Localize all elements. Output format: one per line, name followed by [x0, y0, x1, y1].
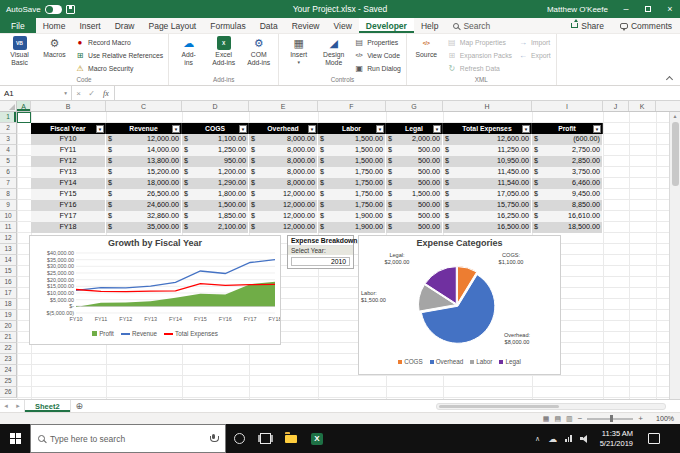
- excel-taskbar-button[interactable]: [304, 424, 330, 453]
- use-relative-references-button[interactable]: ⊞Use Relative References: [73, 49, 165, 62]
- name-box-caret-icon[interactable]: ▾: [64, 90, 67, 96]
- macro-security-button[interactable]: ⚠Macro Security: [73, 62, 165, 75]
- row-header-2[interactable]: 2: [0, 123, 17, 134]
- row-header-5[interactable]: 5: [0, 156, 17, 167]
- collapse-ribbon-button[interactable]: [666, 74, 674, 82]
- cell-total-expenses[interactable]: $11,250.00: [443, 145, 532, 156]
- start-button[interactable]: [0, 424, 30, 453]
- growth-chart[interactable]: Growth by Fiscal Year $40,000.00$35,000.…: [29, 235, 281, 345]
- row-header-22[interactable]: 22: [0, 343, 17, 354]
- cell-cogs[interactable]: $1,850.00: [182, 211, 249, 222]
- cell-total-expenses[interactable]: $10,950.00: [443, 156, 532, 167]
- year-slicer[interactable]: Expense Breakdown Select Year: 2010: [287, 235, 354, 269]
- tell-me-search[interactable]: Search: [445, 18, 498, 33]
- user-name[interactable]: Matthew O'Keefe: [547, 5, 608, 14]
- cell-cogs[interactable]: $1,500.00: [182, 200, 249, 211]
- microphone-icon[interactable]: [209, 433, 218, 444]
- row-header-24[interactable]: 24: [0, 365, 17, 376]
- cell-labor[interactable]: $1,500.00: [318, 134, 386, 145]
- selected-cell-a1[interactable]: [17, 112, 31, 123]
- column-header-a[interactable]: A: [17, 101, 31, 111]
- zoom-slider[interactable]: [587, 418, 633, 420]
- cell-profit[interactable]: $2,750.00: [532, 145, 603, 156]
- cell-fiscal-year[interactable]: FY10: [31, 134, 106, 145]
- cell-profit[interactable]: $(600.00): [532, 134, 603, 145]
- network-icon[interactable]: [565, 435, 572, 442]
- cell-fiscal-year[interactable]: FY18: [31, 222, 106, 233]
- insert-function-icon[interactable]: fx: [98, 89, 114, 98]
- cell-legal[interactable]: $500.00: [386, 200, 443, 211]
- page-layout-view-icon[interactable]: ▤: [554, 414, 561, 424]
- cell-total-expenses[interactable]: $11,450.00: [443, 167, 532, 178]
- column-header-profit[interactable]: Profit▼: [532, 123, 603, 134]
- column-header-labor[interactable]: Labor▼: [318, 123, 386, 134]
- row-header-4[interactable]: 4: [0, 145, 17, 156]
- vertical-scrollbar[interactable]: ▲: [669, 112, 680, 399]
- row-header-21[interactable]: 21: [0, 332, 17, 343]
- com-add-ins-button[interactable]: ⚙COMAdd-ins: [242, 35, 275, 75]
- row-header-3[interactable]: 3: [0, 134, 17, 145]
- tab-draw[interactable]: Draw: [108, 18, 142, 33]
- column-header-i[interactable]: I: [532, 101, 603, 111]
- column-header-e[interactable]: E: [249, 101, 318, 111]
- autosave-toggle[interactable]: [45, 5, 62, 14]
- run-dialog-button[interactable]: ▣Run Dialog: [352, 62, 403, 75]
- cell-overhead[interactable]: $12,000.00: [249, 222, 318, 233]
- cell-overhead[interactable]: $12,000.00: [249, 189, 318, 200]
- cell-total-expenses[interactable]: $16,500.00: [443, 222, 532, 233]
- cell-labor[interactable]: $1,750.00: [318, 189, 386, 200]
- horizontal-scrollbar[interactable]: [436, 403, 666, 410]
- zoom-level[interactable]: 100%: [648, 415, 674, 422]
- cell-profit[interactable]: $6,460.00: [532, 178, 603, 189]
- cell-revenue[interactable]: $18,000.00: [106, 178, 182, 189]
- cell-legal[interactable]: $500.00: [386, 167, 443, 178]
- cell-profit[interactable]: $16,610.00: [532, 211, 603, 222]
- cell-fiscal-year[interactable]: FY11: [31, 145, 106, 156]
- file-explorer-button[interactable]: [278, 424, 304, 453]
- volume-icon[interactable]: [580, 434, 589, 443]
- select-all-corner[interactable]: [0, 101, 17, 111]
- task-view-button[interactable]: [252, 424, 278, 453]
- row-header-6[interactable]: 6: [0, 167, 17, 178]
- row-header-25[interactable]: 25: [0, 376, 17, 387]
- column-header-legal[interactable]: Legal▼: [386, 123, 443, 134]
- insert-button[interactable]: ▦Insert▾: [282, 35, 315, 75]
- horizontal-scroll-thumb[interactable]: [439, 405, 559, 409]
- cell-total-expenses[interactable]: $11,540.00: [443, 178, 532, 189]
- row-header-8[interactable]: 8: [0, 189, 17, 200]
- row-header-23[interactable]: 23: [0, 354, 17, 365]
- column-header-h[interactable]: H: [443, 101, 532, 111]
- normal-view-icon[interactable]: ▦: [543, 414, 550, 424]
- column-header-k[interactable]: K: [629, 101, 656, 111]
- tab-help[interactable]: Help: [414, 18, 445, 33]
- cell-cogs[interactable]: $950.00: [182, 156, 249, 167]
- cell-overhead[interactable]: $8,000.00: [249, 178, 318, 189]
- cell-legal[interactable]: $2,000.00: [386, 134, 443, 145]
- sheet-tab-sheet2[interactable]: Sheet2: [24, 400, 71, 412]
- enter-icon[interactable]: ✓: [85, 89, 98, 98]
- cell-labor[interactable]: $1,750.00: [318, 200, 386, 211]
- taskbar-search[interactable]: Type here to search: [30, 424, 226, 453]
- cell-total-expenses[interactable]: $17,050.00: [443, 189, 532, 200]
- cell-fiscal-year[interactable]: FY14: [31, 178, 106, 189]
- zoom-out-button[interactable]: −: [578, 414, 583, 424]
- slicer-item-2010[interactable]: 2010: [291, 257, 350, 266]
- save-icon[interactable]: [66, 5, 75, 14]
- cell-total-expenses[interactable]: $15,750.00: [443, 200, 532, 211]
- cell-overhead[interactable]: $12,000.00: [249, 200, 318, 211]
- sheet-nav-left-icon[interactable]: ◂: [0, 402, 12, 410]
- cortana-button[interactable]: [226, 424, 252, 453]
- cell-total-expenses[interactable]: $16,250.00: [443, 211, 532, 222]
- macros-button[interactable]: ⚙Macros: [38, 35, 71, 75]
- comments-button[interactable]: Comments: [612, 18, 680, 33]
- column-header-c[interactable]: C: [106, 101, 182, 111]
- row-header-12[interactable]: 12: [0, 233, 17, 244]
- row-header-14[interactable]: 14: [0, 255, 17, 266]
- tab-developer[interactable]: Developer: [359, 18, 414, 33]
- row-header-1[interactable]: 1: [0, 112, 17, 123]
- cell-overhead[interactable]: $12,000.00: [249, 211, 318, 222]
- column-header-f[interactable]: F: [318, 101, 386, 111]
- cell-fiscal-year[interactable]: FY17: [31, 211, 106, 222]
- cell-cogs[interactable]: $1,200.00: [182, 167, 249, 178]
- cell-fiscal-year[interactable]: FY13: [31, 167, 106, 178]
